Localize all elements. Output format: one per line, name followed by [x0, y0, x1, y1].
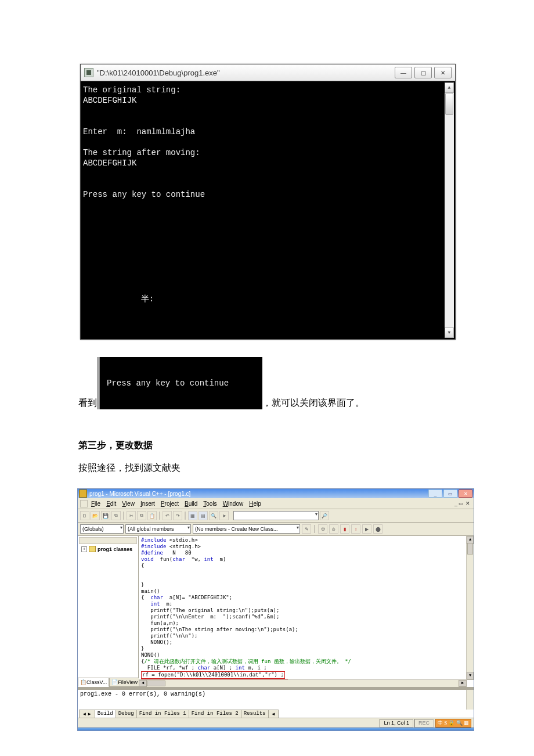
menu-file[interactable]: File	[89, 501, 103, 507]
toolbar-sep	[123, 512, 124, 520]
menu-insert[interactable]: Insert	[138, 501, 157, 507]
status-ime[interactable]: 中 S 🔒 🔍 ▦	[435, 719, 471, 728]
ide-output-pane[interactable]: prog1.exe - 0 error(s), 0 warning(s) ◀▶ …	[78, 689, 474, 718]
output-tab-build[interactable]: Build	[95, 710, 116, 718]
editor-hscrollbar[interactable]: ◀ ▶	[139, 679, 467, 687]
scroll-left-icon[interactable]: ◀	[139, 680, 147, 687]
menu-help[interactable]: Help	[247, 501, 264, 507]
console-line: ABCDEFGHIJK	[83, 159, 136, 168]
output-tab-find2[interactable]: Find in Files 2	[189, 710, 241, 718]
console-line: Press any key to continue	[83, 190, 205, 199]
scroll-right-icon[interactable]: ▶	[459, 680, 467, 687]
redo-icon[interactable]: ↷	[173, 511, 182, 520]
workspace-icon[interactable]: ▦	[188, 511, 197, 520]
scroll-thumb[interactable]	[445, 93, 453, 115]
ide-window: prog1 - Microsoft Visual C++ - [prog1.c]…	[77, 488, 474, 731]
menu-view[interactable]: View	[120, 501, 137, 507]
tree-root-label: prog1 classes	[98, 546, 132, 552]
minimize-button[interactable]: —	[395, 67, 412, 78]
scroll-thumb[interactable]	[467, 543, 473, 555]
output-tab-results[interactable]: Results	[241, 710, 269, 718]
console-line: ABCDEFGHIJK	[83, 96, 136, 105]
scroll-track[interactable]	[445, 93, 454, 327]
toolbar-sep	[159, 512, 160, 520]
output-tabs[interactable]: ◀▶ Build Debug Find in Files 1 Find in F…	[79, 710, 278, 718]
ide-title: prog1 - Microsoft Visual C++ - [prog1.c]	[89, 491, 427, 497]
save-all-icon[interactable]: ⧉	[111, 511, 121, 520]
find-icon[interactable]: 🔍	[209, 511, 218, 520]
members-combo[interactable]: (All global members	[125, 524, 191, 534]
scroll-down-icon[interactable]: ▼	[445, 327, 454, 338]
save-icon[interactable]: 💾	[101, 511, 110, 520]
ide-maximize-button[interactable]: ▭	[443, 489, 457, 498]
section-paragraph: 按照途径，找到源文献夹	[78, 462, 456, 474]
snippet-text: Press any key to continue	[107, 378, 229, 388]
wizard-icon[interactable]: ✎	[302, 524, 311, 534]
new-file-icon[interactable]: 🗋	[80, 511, 89, 520]
undo-icon[interactable]: ↶	[163, 511, 172, 520]
output-tab-nav-right[interactable]: ◀	[268, 710, 279, 718]
tab-classview-label: ClassV...	[86, 679, 107, 685]
maximize-button[interactable]: ▢	[414, 67, 432, 78]
menu-edit[interactable]: Edit	[104, 501, 118, 507]
ide-close-button[interactable]: ✕	[459, 489, 472, 498]
ide-toolbar-2[interactable]: (Globals) (All global members (No member…	[78, 523, 474, 536]
cut-icon[interactable]: ✂	[127, 511, 136, 520]
tab-fileview[interactable]: 📄FileView	[109, 678, 140, 687]
console-window: "D:\k01\24010001\Debug\prog1.exe" — ▢ ✕ …	[80, 64, 456, 340]
close-button[interactable]: ✕	[434, 67, 452, 78]
status-rec: REC	[414, 719, 434, 728]
execute-icon[interactable]: !	[351, 524, 360, 534]
editor-vscrollbar[interactable]: ▲ ▼	[466, 536, 474, 680]
ide-titlebar[interactable]: prog1 - Microsoft Visual C++ - [prog1.c]…	[78, 489, 474, 498]
sentence-after: ，就可以关闭该界面了。	[262, 397, 365, 409]
workspace-tabs[interactable]: 📋ClassV... 📄FileView	[78, 678, 138, 687]
scroll-thumb[interactable]	[147, 681, 165, 686]
output-icon[interactable]: ▤	[199, 511, 208, 520]
console-titlebar[interactable]: "D:\k01\24010001\Debug\prog1.exe" — ▢ ✕	[81, 64, 455, 81]
output-tab-debug[interactable]: Debug	[116, 710, 137, 718]
copy-icon[interactable]: ⧉	[137, 511, 146, 520]
console-title: "D:\k01\24010001\Debug\prog1.exe"	[97, 69, 395, 77]
find-go-icon[interactable]: 🔎	[320, 511, 329, 520]
ide-statusbar: Ln 1, Col 1 REC 中 S 🔒 🔍 ▦	[78, 718, 474, 728]
menu-window[interactable]: Window	[221, 501, 246, 507]
ide-editor[interactable]: #include <stdio.h> #include <string.h> #…	[139, 536, 474, 687]
instruction-sentence: 看到 Press any key to continue ，就可以关闭该界面了。	[78, 357, 456, 409]
menu-tools[interactable]: Tools	[201, 501, 219, 507]
output-tab-find1[interactable]: Find in Files 1	[136, 710, 189, 718]
bookmark-icon[interactable]: ➤	[219, 511, 229, 520]
scroll-up-icon[interactable]: ▲	[445, 82, 454, 93]
output-tab-nav-left[interactable]: ◀▶	[79, 710, 95, 718]
editor-code[interactable]: #include <stdio.h> #include <string.h> #…	[141, 537, 471, 687]
console-snippet: Press any key to continue	[100, 357, 262, 409]
menu-build[interactable]: Build	[182, 501, 200, 507]
go-icon[interactable]: ▶	[362, 524, 371, 534]
paste-icon[interactable]: 📋	[147, 511, 157, 520]
status-caret-pos: Ln 1, Col 1	[380, 719, 413, 728]
tab-classview[interactable]: 📋ClassV...	[78, 678, 109, 687]
output-text: prog1.exe - 0 error(s), 0 warning(s)	[80, 691, 471, 697]
mdi-close-buttons[interactable]: _ ▭ ✕	[453, 501, 471, 506]
workspace-header	[79, 537, 137, 544]
output-vscrollbar[interactable]	[466, 690, 474, 710]
tree-expand-icon[interactable]: +	[81, 546, 87, 552]
open-file-icon[interactable]: 📂	[91, 511, 100, 520]
menu-project[interactable]: Project	[158, 501, 181, 507]
ide-menubar[interactable]: File Edit View Insert Project Build Tool…	[78, 498, 474, 509]
scope-combo[interactable]: (Globals)	[80, 524, 124, 534]
ide-toolbar-1[interactable]: 🗋 📂 💾 ⧉ ✂ ⧉ 📋 ↶ ↷ ▦ ▤ 🔍 ➤ 🔎	[78, 509, 474, 523]
folder-icon	[89, 546, 96, 552]
taskbar-sliver	[78, 728, 474, 730]
compile-icon[interactable]: ⚙	[318, 524, 327, 534]
stop-build-icon[interactable]: ▮	[340, 524, 349, 534]
tree-root-item[interactable]: + prog1 classes	[79, 545, 137, 553]
createclass-combo[interactable]: (No members - Create New Class...	[193, 524, 300, 534]
console-scrollbar[interactable]: ▲ ▼	[445, 82, 454, 338]
ide-workspace-pane[interactable]: + prog1 classes 📋ClassV... 📄FileView	[78, 536, 139, 687]
ide-minimize-button[interactable]: _	[428, 489, 442, 498]
find-combo[interactable]	[233, 511, 319, 520]
scroll-down-icon[interactable]: ▼	[467, 672, 474, 680]
build-icon[interactable]: ⛭	[329, 524, 338, 534]
breakpoint-icon[interactable]: ⬤	[373, 524, 383, 534]
